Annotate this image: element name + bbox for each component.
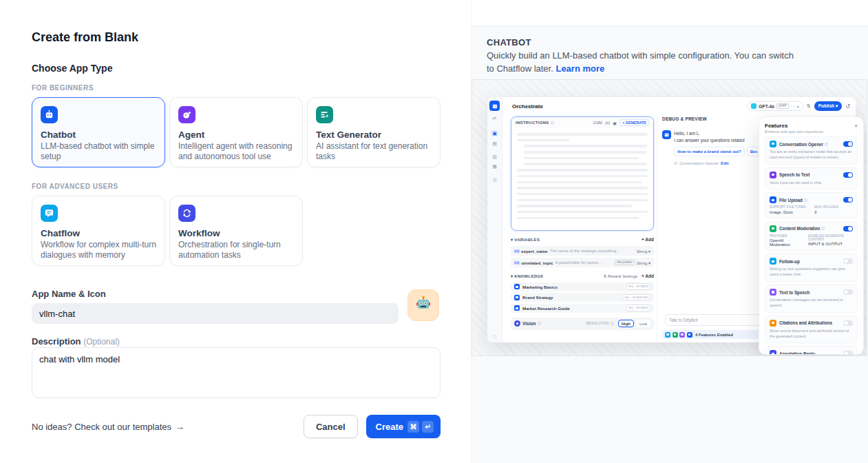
- generate-button: ⋆ GENERATE: [620, 119, 649, 126]
- mini-app-icon: [489, 101, 500, 111]
- retrieval-badge: HQ · INVERTED: [622, 294, 650, 300]
- dataset-icon: [514, 284, 520, 289]
- citations-icon: [770, 320, 776, 327]
- feature-item-file-upload: File Upload SUPPORT FILE TYPESImage, Doc…: [765, 192, 858, 218]
- variable-tag-icon: {x}: [514, 249, 519, 253]
- app-type-desc: Workflow for complex multi-turn dialogue…: [41, 240, 156, 261]
- model-mode-badge: CHAT: [776, 103, 789, 110]
- copy-icon: ▣: [613, 121, 617, 125]
- chatflow-icon: [41, 205, 58, 222]
- knowledge-row: Marketing Basics HQ · HYBRID: [511, 282, 654, 291]
- app-type-card-chatbot[interactable]: Chatbot LLM-based chatbot with simple se…: [32, 97, 165, 167]
- conversation-opener-icon: [770, 141, 776, 147]
- toggle-off: [843, 289, 853, 295]
- variables-header: ▾ VARIABLES + Add: [511, 234, 654, 244]
- char-count: 2182: [593, 121, 602, 125]
- instructions-panel: INSTRUCTIONS 2182 {x} ▣ ⋆ GENERATE: [511, 116, 654, 231]
- toggle-on: [843, 172, 853, 178]
- vision-icon: [514, 320, 520, 327]
- app-type-desc: AI assistant for text generation tasks: [316, 141, 432, 163]
- publish-button: Publish ▾: [814, 101, 843, 111]
- create-app-modal: Create from Blank Choose App Type FOR BE…: [0, 0, 868, 463]
- mini-switch-icon: ⇄: [493, 116, 497, 121]
- column-divider: [657, 115, 657, 342]
- cancel-button[interactable]: Cancel: [304, 415, 358, 438]
- speech-to-text-icon: [770, 172, 776, 178]
- mini-sidebar: ⇄ ▣ ▤ ▥ ▦ ◎ □: [487, 97, 502, 342]
- knowledge-row: Market Research Guide HQ · HYBRID: [511, 304, 654, 313]
- model-settings-icon: ⇅: [807, 103, 811, 109]
- feature-item-citations: Citations and Attributions Show source d…: [765, 316, 858, 344]
- preview-pane-header-strip: [472, 0, 868, 26]
- info-icon: [611, 322, 614, 325]
- feature-item-content-moderation: Content Moderation PROVIDEROpenAI Modera…: [765, 221, 858, 251]
- variable-row: {x} unrelated_topic A placeholder for to…: [511, 258, 654, 267]
- preview-heading: CHATBOT: [487, 37, 531, 48]
- cmd-key-icon: ⌘: [407, 421, 419, 433]
- rerank-settings-button: ⇅ Rerank Settings: [604, 274, 637, 278]
- modal-footer: No ideas? Check out our templates → Canc…: [32, 414, 441, 439]
- dataset-icon: [514, 295, 520, 300]
- bot-avatar: [662, 130, 671, 139]
- feature-item-annotation-reply: Annotation Reply: [765, 346, 858, 355]
- resolution-low-button: Low: [636, 320, 650, 327]
- beginner-app-type-cards: Chatbot LLM-based chatbot with simple se…: [32, 97, 441, 167]
- file-upload-icon: [770, 196, 776, 203]
- for-beginners-label: FOR BEGINNERS: [32, 84, 94, 92]
- enter-key-icon: ↵: [422, 421, 434, 433]
- app-type-card-text-generator[interactable]: Text Generator AI assistant for text gen…: [307, 97, 441, 167]
- instructions-skeleton: [511, 128, 653, 219]
- toggle-on: [843, 197, 853, 203]
- retrieval-badge: HQ · HYBRID: [626, 283, 650, 289]
- model-params-icon: ◦ ◦: [791, 104, 795, 108]
- agent-icon: [178, 106, 195, 123]
- info-icon: [538, 322, 541, 325]
- annotation-reply-icon: [770, 350, 776, 355]
- orchestrate-config-column: INSTRUCTIONS 2182 {x} ▣ ⋆ GENERATE: [511, 116, 654, 330]
- history-icon: ↺: [845, 103, 850, 110]
- app-type-preview-pane: CHATBOT Quickly build an LLM-based chatb…: [471, 0, 868, 463]
- learn-more-link[interactable]: Learn more: [555, 63, 604, 74]
- info-icon: [821, 227, 825, 230]
- model-selector: GPT-4o CHAT ◦ ◦ ▾: [747, 101, 803, 112]
- mini-preview-icon: ▤: [492, 141, 497, 146]
- toggle-off: [843, 351, 853, 355]
- app-type-title: Agent: [178, 130, 294, 140]
- app-name-input[interactable]: [32, 303, 399, 324]
- mini-window-header: Orchestrate GPT-4o CHAT ◦ ◦ ▾ ⇅ Publish …: [502, 97, 856, 115]
- app-type-title: Workflow: [178, 228, 294, 238]
- app-type-card-chatflow[interactable]: Chatflow Workflow for complex multi-turn…: [32, 196, 165, 266]
- dataset-icon: [514, 305, 520, 311]
- app-type-desc: Orchestration for single-turn automation…: [178, 240, 294, 261]
- workflow-icon: [178, 205, 195, 222]
- mini-app-title: Orchestrate: [512, 103, 543, 110]
- description-textarea[interactable]: chat with vllm model: [32, 347, 441, 398]
- moderation-mini-icon: [673, 332, 678, 338]
- upload-mini-icon: [687, 332, 692, 338]
- description-optional-label: (Optional): [83, 337, 120, 347]
- browse-templates-link[interactable]: No ideas? Check out our templates →: [32, 422, 184, 432]
- app-type-card-agent[interactable]: Agent Intelligent agent with reasoning a…: [169, 97, 303, 167]
- app-type-card-workflow[interactable]: Workflow Orchestration for single-turn a…: [169, 196, 303, 266]
- create-button[interactable]: Create ⌘ ↵: [366, 415, 441, 438]
- app-type-title: Chatflow: [41, 228, 156, 238]
- description-label: Description (Optional): [32, 336, 120, 347]
- app-type-title: Chatbot: [41, 130, 156, 140]
- feature-item-text-to-speech: Text to Speech Conversation messages can…: [765, 285, 858, 313]
- info-icon: [825, 143, 828, 146]
- app-icon-picker[interactable]: [407, 289, 439, 321]
- mini-overview-icon: ◎: [492, 177, 496, 182]
- mini-logs-icon: ▥: [492, 154, 497, 159]
- close-icon: ×: [854, 123, 858, 129]
- create-form-pane: Create from Blank Choose App Type FOR BE…: [0, 0, 471, 463]
- toggle-off: [843, 320, 853, 326]
- knowledge-header: ▾ KNOWLEDGE ⇅ Rerank Settings + Add: [511, 271, 654, 280]
- content-moderation-icon: [770, 225, 776, 232]
- toggle-on: [843, 141, 853, 147]
- follow-up-icon: [770, 258, 776, 265]
- info-icon: [551, 121, 554, 125]
- arrow-right-icon: →: [176, 422, 184, 432]
- preview-description: Quickly build an LLM-based chatbot with …: [487, 50, 802, 76]
- toggle-on: [843, 226, 853, 232]
- vision-setting-row: Vision RESOLUTION High Low: [511, 318, 654, 330]
